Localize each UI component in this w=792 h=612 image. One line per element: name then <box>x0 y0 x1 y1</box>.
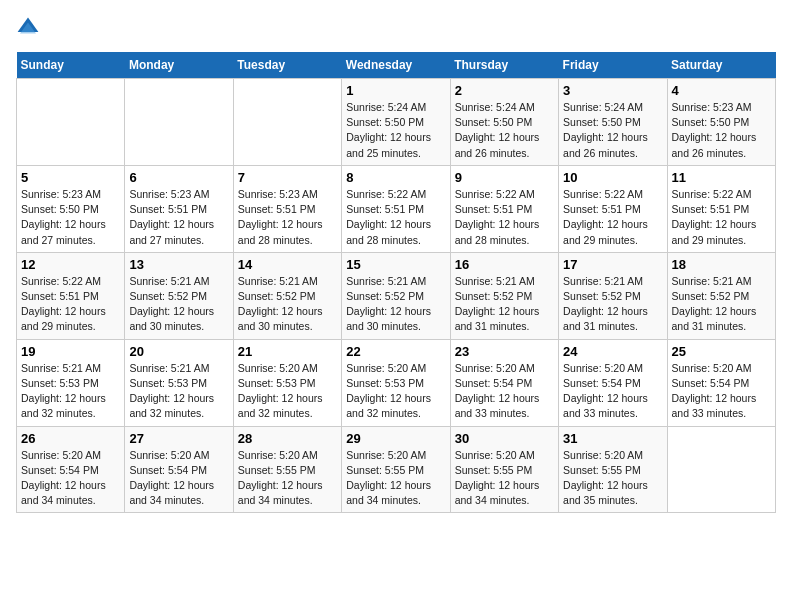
day-info: Sunrise: 5:21 AM Sunset: 5:53 PM Dayligh… <box>129 361 228 422</box>
calendar-cell: 29Sunrise: 5:20 AM Sunset: 5:55 PM Dayli… <box>342 426 450 513</box>
calendar-cell: 28Sunrise: 5:20 AM Sunset: 5:55 PM Dayli… <box>233 426 341 513</box>
calendar-cell <box>667 426 775 513</box>
day-info: Sunrise: 5:22 AM Sunset: 5:51 PM Dayligh… <box>21 274 120 335</box>
day-number: 18 <box>672 257 771 272</box>
day-number: 4 <box>672 83 771 98</box>
day-number: 23 <box>455 344 554 359</box>
day-number: 6 <box>129 170 228 185</box>
calendar-week-row: 19Sunrise: 5:21 AM Sunset: 5:53 PM Dayli… <box>17 339 776 426</box>
day-info: Sunrise: 5:20 AM Sunset: 5:55 PM Dayligh… <box>455 448 554 509</box>
calendar-cell: 25Sunrise: 5:20 AM Sunset: 5:54 PM Dayli… <box>667 339 775 426</box>
calendar-cell: 11Sunrise: 5:22 AM Sunset: 5:51 PM Dayli… <box>667 165 775 252</box>
calendar-cell: 31Sunrise: 5:20 AM Sunset: 5:55 PM Dayli… <box>559 426 667 513</box>
calendar-cell <box>17 79 125 166</box>
calendar-cell: 8Sunrise: 5:22 AM Sunset: 5:51 PM Daylig… <box>342 165 450 252</box>
day-info: Sunrise: 5:22 AM Sunset: 5:51 PM Dayligh… <box>563 187 662 248</box>
weekday-header-wednesday: Wednesday <box>342 52 450 79</box>
day-number: 14 <box>238 257 337 272</box>
day-info: Sunrise: 5:21 AM Sunset: 5:52 PM Dayligh… <box>129 274 228 335</box>
day-number: 3 <box>563 83 662 98</box>
calendar-cell: 2Sunrise: 5:24 AM Sunset: 5:50 PM Daylig… <box>450 79 558 166</box>
day-info: Sunrise: 5:20 AM Sunset: 5:53 PM Dayligh… <box>346 361 445 422</box>
calendar-cell: 26Sunrise: 5:20 AM Sunset: 5:54 PM Dayli… <box>17 426 125 513</box>
day-number: 9 <box>455 170 554 185</box>
calendar-cell: 7Sunrise: 5:23 AM Sunset: 5:51 PM Daylig… <box>233 165 341 252</box>
logo <box>16 16 44 40</box>
calendar-table: SundayMondayTuesdayWednesdayThursdayFrid… <box>16 52 776 513</box>
day-number: 10 <box>563 170 662 185</box>
day-info: Sunrise: 5:20 AM Sunset: 5:55 PM Dayligh… <box>346 448 445 509</box>
calendar-cell: 30Sunrise: 5:20 AM Sunset: 5:55 PM Dayli… <box>450 426 558 513</box>
day-number: 29 <box>346 431 445 446</box>
calendar-cell: 3Sunrise: 5:24 AM Sunset: 5:50 PM Daylig… <box>559 79 667 166</box>
day-info: Sunrise: 5:20 AM Sunset: 5:55 PM Dayligh… <box>563 448 662 509</box>
calendar-cell: 21Sunrise: 5:20 AM Sunset: 5:53 PM Dayli… <box>233 339 341 426</box>
day-number: 24 <box>563 344 662 359</box>
day-info: Sunrise: 5:23 AM Sunset: 5:50 PM Dayligh… <box>672 100 771 161</box>
day-info: Sunrise: 5:20 AM Sunset: 5:54 PM Dayligh… <box>129 448 228 509</box>
calendar-week-row: 1Sunrise: 5:24 AM Sunset: 5:50 PM Daylig… <box>17 79 776 166</box>
day-number: 2 <box>455 83 554 98</box>
day-number: 1 <box>346 83 445 98</box>
day-number: 15 <box>346 257 445 272</box>
day-info: Sunrise: 5:21 AM Sunset: 5:52 PM Dayligh… <box>672 274 771 335</box>
calendar-cell: 17Sunrise: 5:21 AM Sunset: 5:52 PM Dayli… <box>559 252 667 339</box>
calendar-cell: 15Sunrise: 5:21 AM Sunset: 5:52 PM Dayli… <box>342 252 450 339</box>
day-info: Sunrise: 5:24 AM Sunset: 5:50 PM Dayligh… <box>346 100 445 161</box>
page-header <box>16 16 776 40</box>
day-info: Sunrise: 5:23 AM Sunset: 5:51 PM Dayligh… <box>238 187 337 248</box>
calendar-cell: 6Sunrise: 5:23 AM Sunset: 5:51 PM Daylig… <box>125 165 233 252</box>
day-info: Sunrise: 5:20 AM Sunset: 5:54 PM Dayligh… <box>455 361 554 422</box>
day-info: Sunrise: 5:20 AM Sunset: 5:54 PM Dayligh… <box>21 448 120 509</box>
day-number: 27 <box>129 431 228 446</box>
day-info: Sunrise: 5:24 AM Sunset: 5:50 PM Dayligh… <box>455 100 554 161</box>
calendar-cell: 27Sunrise: 5:20 AM Sunset: 5:54 PM Dayli… <box>125 426 233 513</box>
calendar-week-row: 5Sunrise: 5:23 AM Sunset: 5:50 PM Daylig… <box>17 165 776 252</box>
day-info: Sunrise: 5:23 AM Sunset: 5:50 PM Dayligh… <box>21 187 120 248</box>
day-number: 16 <box>455 257 554 272</box>
calendar-week-row: 12Sunrise: 5:22 AM Sunset: 5:51 PM Dayli… <box>17 252 776 339</box>
calendar-cell: 5Sunrise: 5:23 AM Sunset: 5:50 PM Daylig… <box>17 165 125 252</box>
calendar-cell: 1Sunrise: 5:24 AM Sunset: 5:50 PM Daylig… <box>342 79 450 166</box>
weekday-header-thursday: Thursday <box>450 52 558 79</box>
day-info: Sunrise: 5:22 AM Sunset: 5:51 PM Dayligh… <box>455 187 554 248</box>
day-info: Sunrise: 5:21 AM Sunset: 5:52 PM Dayligh… <box>238 274 337 335</box>
day-number: 21 <box>238 344 337 359</box>
day-number: 28 <box>238 431 337 446</box>
day-info: Sunrise: 5:23 AM Sunset: 5:51 PM Dayligh… <box>129 187 228 248</box>
day-info: Sunrise: 5:20 AM Sunset: 5:53 PM Dayligh… <box>238 361 337 422</box>
day-info: Sunrise: 5:20 AM Sunset: 5:55 PM Dayligh… <box>238 448 337 509</box>
day-number: 22 <box>346 344 445 359</box>
calendar-cell: 20Sunrise: 5:21 AM Sunset: 5:53 PM Dayli… <box>125 339 233 426</box>
calendar-cell: 4Sunrise: 5:23 AM Sunset: 5:50 PM Daylig… <box>667 79 775 166</box>
weekday-header-sunday: Sunday <box>17 52 125 79</box>
day-number: 25 <box>672 344 771 359</box>
day-info: Sunrise: 5:20 AM Sunset: 5:54 PM Dayligh… <box>563 361 662 422</box>
day-info: Sunrise: 5:21 AM Sunset: 5:53 PM Dayligh… <box>21 361 120 422</box>
day-number: 13 <box>129 257 228 272</box>
day-number: 17 <box>563 257 662 272</box>
day-info: Sunrise: 5:21 AM Sunset: 5:52 PM Dayligh… <box>455 274 554 335</box>
calendar-cell: 23Sunrise: 5:20 AM Sunset: 5:54 PM Dayli… <box>450 339 558 426</box>
weekday-header-friday: Friday <box>559 52 667 79</box>
weekday-header-monday: Monday <box>125 52 233 79</box>
day-info: Sunrise: 5:24 AM Sunset: 5:50 PM Dayligh… <box>563 100 662 161</box>
day-number: 30 <box>455 431 554 446</box>
day-info: Sunrise: 5:22 AM Sunset: 5:51 PM Dayligh… <box>672 187 771 248</box>
day-number: 7 <box>238 170 337 185</box>
day-info: Sunrise: 5:21 AM Sunset: 5:52 PM Dayligh… <box>346 274 445 335</box>
calendar-cell: 9Sunrise: 5:22 AM Sunset: 5:51 PM Daylig… <box>450 165 558 252</box>
calendar-cell: 18Sunrise: 5:21 AM Sunset: 5:52 PM Dayli… <box>667 252 775 339</box>
calendar-cell: 10Sunrise: 5:22 AM Sunset: 5:51 PM Dayli… <box>559 165 667 252</box>
day-number: 11 <box>672 170 771 185</box>
weekday-header-tuesday: Tuesday <box>233 52 341 79</box>
day-info: Sunrise: 5:20 AM Sunset: 5:54 PM Dayligh… <box>672 361 771 422</box>
calendar-cell: 12Sunrise: 5:22 AM Sunset: 5:51 PM Dayli… <box>17 252 125 339</box>
day-number: 31 <box>563 431 662 446</box>
day-info: Sunrise: 5:21 AM Sunset: 5:52 PM Dayligh… <box>563 274 662 335</box>
calendar-cell: 24Sunrise: 5:20 AM Sunset: 5:54 PM Dayli… <box>559 339 667 426</box>
day-number: 19 <box>21 344 120 359</box>
calendar-cell: 14Sunrise: 5:21 AM Sunset: 5:52 PM Dayli… <box>233 252 341 339</box>
day-number: 12 <box>21 257 120 272</box>
calendar-cell <box>233 79 341 166</box>
